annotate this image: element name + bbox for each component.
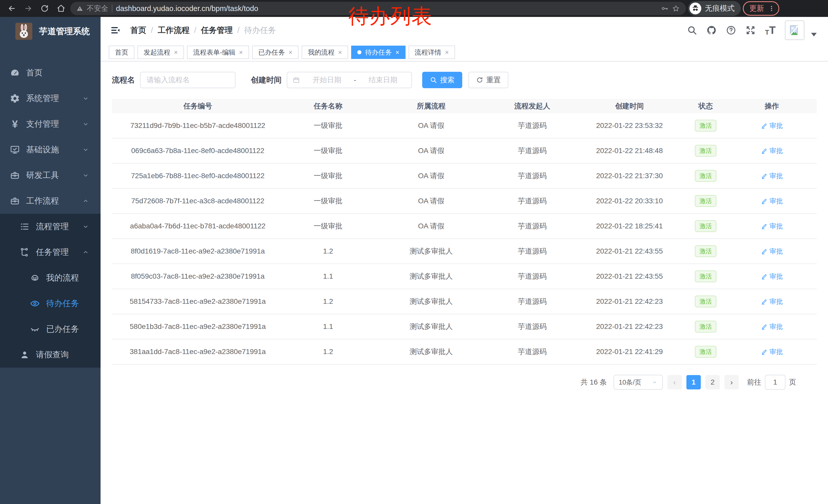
approve-link[interactable]: 审批 [761, 272, 783, 281]
browser-home-icon[interactable] [54, 1, 68, 16]
app-logo [15, 23, 32, 40]
approve-link[interactable]: 审批 [761, 197, 783, 205]
search-button-label: 搜索 [440, 75, 455, 85]
sidebar-item-请假查询[interactable]: 请假查询 [0, 342, 100, 368]
approve-link[interactable]: 审批 [761, 322, 783, 331]
sidebar-item-研发工具[interactable]: 研发工具 [0, 163, 100, 188]
task-id-cell: 73211d9d-7b9b-11ec-b5b7-acde48001122 [112, 122, 284, 130]
search-icon[interactable] [687, 25, 697, 35]
breadcrumb-item-工作流程[interactable]: 工作流程 [158, 25, 190, 36]
edit-pencil-icon [761, 122, 768, 129]
sidebar-item-支付管理[interactable]: ¥支付管理 [0, 111, 100, 137]
prev-page-button[interactable]: ‹ [667, 375, 682, 390]
tab-label: 已办任务 [258, 48, 285, 57]
tab-我的流程[interactable]: 我的流程× [302, 46, 348, 59]
sidebar-item-工作流程[interactable]: 工作流程 [0, 188, 100, 214]
action-cell: 审批 [727, 297, 817, 306]
page-button-2[interactable]: 2 [705, 375, 720, 390]
tab-流程详情[interactable]: 流程详情× [409, 46, 455, 59]
bookmark-star-icon[interactable] [672, 5, 680, 12]
table-row: 58154733-7ac8-11ec-a9e2-a2380e71991a1.2测… [112, 289, 817, 314]
browser-back-icon[interactable] [5, 1, 19, 16]
tab-close-icon[interactable]: × [239, 49, 243, 56]
action-cell: 审批 [727, 146, 817, 155]
github-icon[interactable] [706, 25, 717, 35]
sidebar-item-label: 工作流程 [26, 195, 59, 207]
sidebar-item-label: 已办任务 [46, 324, 79, 335]
task-name-cell: 1.1 [284, 272, 372, 280]
sidebar-item-系统管理[interactable]: 系统管理 [0, 86, 100, 111]
tab-close-icon[interactable]: × [445, 49, 449, 56]
browser-update-button[interactable]: 更新 [743, 1, 779, 16]
sidebar-item-流程管理[interactable]: 流程管理 [0, 214, 100, 239]
security-warning-icon[interactable] [76, 5, 83, 12]
approve-link[interactable]: 审批 [761, 297, 783, 306]
tab-close-icon[interactable]: × [338, 49, 342, 56]
incognito-badge: 无痕模式 [688, 1, 741, 16]
status-cell: 激活 [685, 321, 727, 332]
approve-link-label: 审批 [770, 297, 783, 306]
task-name-cell: 一级审批 [284, 146, 372, 155]
next-page-button[interactable]: › [724, 375, 739, 390]
active-tab-dot [357, 50, 362, 54]
chevron-down-icon [652, 379, 658, 385]
sidebar-menu: 首页系统管理¥支付管理基础设施研发工具工作流程流程管理任务管理我的流程待办任务已… [0, 60, 100, 368]
sidebar-collapse-icon[interactable] [109, 24, 122, 36]
security-label[interactable]: 不安全 [87, 4, 108, 13]
create-time-label: 创建时间 [251, 75, 282, 85]
sidebar-item-我的流程[interactable]: 我的流程 [0, 265, 100, 291]
help-icon[interactable] [726, 25, 736, 35]
task-name-cell: 一级审批 [284, 121, 372, 131]
sidebar-item-已办任务[interactable]: 已办任务 [0, 316, 100, 342]
approve-link[interactable]: 审批 [761, 146, 783, 155]
create-time-cell: 2022-01-22 21:48:48 [575, 147, 685, 155]
date-range-picker[interactable]: 开始日期 - 结束日期 [287, 72, 412, 88]
end-date-placeholder[interactable]: 结束日期 [360, 75, 406, 85]
task-id-cell: 580e1b3d-7ac8-11ec-a9e2-a2380e71991a [112, 322, 284, 331]
tab-label: 待办任务 [365, 48, 392, 57]
breadcrumb-item-首页[interactable]: 首页 [130, 25, 146, 36]
sidebar-item-任务管理[interactable]: 任务管理 [0, 239, 100, 265]
approve-link[interactable]: 审批 [761, 222, 783, 231]
goto-page-input[interactable] [765, 375, 785, 390]
sidebar-item-首页[interactable]: 首页 [0, 60, 100, 86]
key-icon[interactable] [661, 5, 668, 12]
status-badge: 激活 [695, 295, 716, 307]
status-badge: 激活 [695, 145, 716, 156]
approve-link[interactable]: 审批 [761, 121, 783, 130]
app-logo-row[interactable]: 芋道管理系统 [0, 17, 100, 46]
sidebar-item-label: 待办任务 [46, 298, 79, 309]
fullscreen-icon[interactable] [745, 25, 756, 35]
search-button[interactable]: 搜索 [422, 72, 462, 88]
browser-reload-icon[interactable] [37, 1, 52, 16]
tab-close-icon[interactable]: × [289, 49, 292, 56]
avatar-dropdown-caret[interactable] [811, 33, 817, 36]
start-date-placeholder[interactable]: 开始日期 [304, 75, 350, 85]
approve-link[interactable]: 审批 [761, 348, 783, 356]
tab-发起流程[interactable]: 发起流程× [137, 46, 184, 59]
tab-流程表单-编辑[interactable]: 流程表单-编辑× [187, 46, 249, 59]
tab-已办任务[interactable]: 已办任务× [252, 46, 299, 59]
process-name-input[interactable] [140, 72, 236, 88]
update-label[interactable]: 更新 [749, 3, 764, 13]
tab-首页[interactable]: 首页 [109, 46, 134, 59]
approve-link[interactable]: 审批 [761, 172, 783, 180]
sidebar-item-基础设施[interactable]: 基础设施 [0, 137, 100, 163]
tab-待办任务[interactable]: 待办任务× [351, 46, 405, 59]
create-time-cell: 2022-01-21 22:43:55 [575, 272, 685, 280]
action-cell: 审批 [727, 272, 817, 281]
font-size-icon[interactable]: TT [765, 25, 776, 36]
browser-forward-icon[interactable] [21, 1, 35, 16]
tab-close-icon[interactable]: × [395, 49, 399, 56]
eye-icon [29, 298, 41, 309]
approve-link[interactable]: 审批 [761, 247, 783, 256]
task-name-cell: 1.2 [284, 297, 372, 306]
starter-cell: 芋道源码 [490, 146, 575, 155]
avatar[interactable] [785, 20, 804, 40]
breadcrumb-item-任务管理[interactable]: 任务管理 [201, 25, 233, 36]
page-button-1[interactable]: 1 [687, 375, 701, 390]
tab-close-icon[interactable]: × [174, 49, 178, 56]
reset-button[interactable]: 重置 [468, 72, 508, 88]
sidebar-item-待办任务[interactable]: 待办任务 [0, 291, 100, 316]
page-size-select[interactable]: 10条/页 [614, 375, 663, 390]
